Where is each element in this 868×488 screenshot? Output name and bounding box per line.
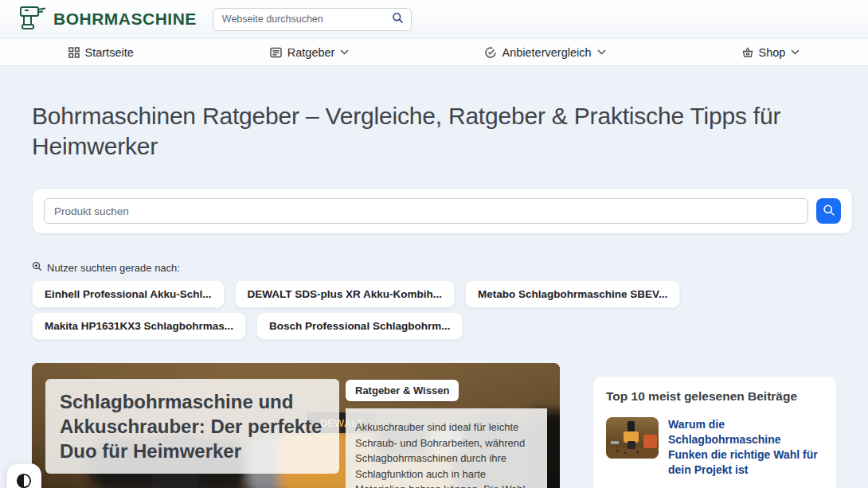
post-thumbnail[interactable]	[606, 417, 659, 459]
nav-item-shop[interactable]: Shop	[742, 46, 800, 59]
grid-icon	[68, 47, 80, 58]
search-chip[interactable]: Metabo Schlagbohrmaschine SBEV...	[465, 280, 680, 308]
search-chip[interactable]: Makita HP1631KX3 Schlagbohrmas...	[32, 312, 246, 340]
nav-label: Shop	[759, 46, 786, 59]
hero-article[interactable]: DEWALT Schlagbohrmaschine und Akkuschrau…	[32, 363, 560, 488]
top-header: BOHRMASCHINE	[0, 0, 868, 38]
site-search-input[interactable]	[221, 13, 387, 25]
drill-logo-icon	[19, 4, 48, 34]
nav-label: Ratgeber	[287, 46, 335, 59]
product-search-card	[32, 188, 853, 234]
search-chip[interactable]: Bosch Professional Schlagbohrm...	[256, 312, 463, 340]
chevron-down-icon	[597, 49, 606, 55]
site-search-box	[213, 8, 412, 31]
main-nav: Startseite Ratgeber Anbietervergleich	[0, 38, 868, 66]
product-search-input[interactable]	[44, 198, 808, 224]
search-icon[interactable]	[392, 12, 404, 27]
nav-item-startseite[interactable]: Startseite	[68, 46, 134, 59]
contrast-toggle-button[interactable]	[6, 463, 41, 488]
contrast-icon	[16, 473, 32, 488]
nav-item-ratgeber[interactable]: Ratgeber	[270, 46, 350, 59]
chevron-down-icon	[340, 49, 349, 55]
post-item[interactable]: Warum die Schlagbohrmaschine Funken die …	[606, 417, 823, 478]
hero-title-box: Schlagbohrmaschine und Akkuschrauber: De…	[45, 379, 339, 474]
top-posts-sidebar: Top 10 meist gelesenen Beiträge	[593, 377, 836, 488]
sidebar-title: Top 10 meist gelesenen Beiträge	[606, 389, 823, 404]
content-row: DEWALT Schlagbohrmaschine und Akkuschrau…	[32, 363, 836, 488]
nav-label: Startseite	[85, 46, 134, 59]
hero-category-badge[interactable]: Ratgeber & Wissen	[346, 380, 459, 401]
page: BOHRMASCHINE Startseite	[0, 0, 868, 488]
article-icon	[270, 47, 282, 58]
recent-searches-label-row: Nutzer suchten gerade nach:	[32, 261, 836, 274]
check-circle-icon	[485, 47, 496, 58]
search-chip[interactable]: DEWALT SDS-plus XR Akku-Kombih...	[235, 280, 456, 308]
page-title: Bohrmaschinen Ratgeber – Vergleiche, Rat…	[32, 101, 836, 162]
product-search-button[interactable]	[816, 198, 841, 224]
nav-item-anbietervergleich[interactable]: Anbietervergleich	[485, 46, 605, 59]
hero-excerpt: Akkuschrauber sind ideal für leichte Sch…	[346, 408, 547, 488]
chevron-down-icon	[791, 49, 800, 55]
post-link[interactable]: Warum die Schlagbohrmaschine Funken die …	[668, 417, 823, 478]
search-icon	[823, 204, 835, 219]
nav-label: Anbietervergleich	[502, 46, 591, 59]
recent-searches-label: Nutzer suchten gerade nach:	[47, 262, 180, 274]
basket-icon	[742, 47, 753, 58]
hero-title[interactable]: Schlagbohrmaschine und Akkuschrauber: De…	[60, 389, 325, 463]
site-logo[interactable]: BOHRMASCHINE	[19, 4, 197, 34]
search-chip[interactable]: Einhell Professional Akku-Schl...	[32, 280, 225, 308]
recent-search-chips: Einhell Professional Akku-Schl... DEWALT…	[32, 280, 836, 340]
brand-name: BOHRMASCHINE	[53, 10, 197, 29]
magnifier-icon	[32, 261, 42, 274]
